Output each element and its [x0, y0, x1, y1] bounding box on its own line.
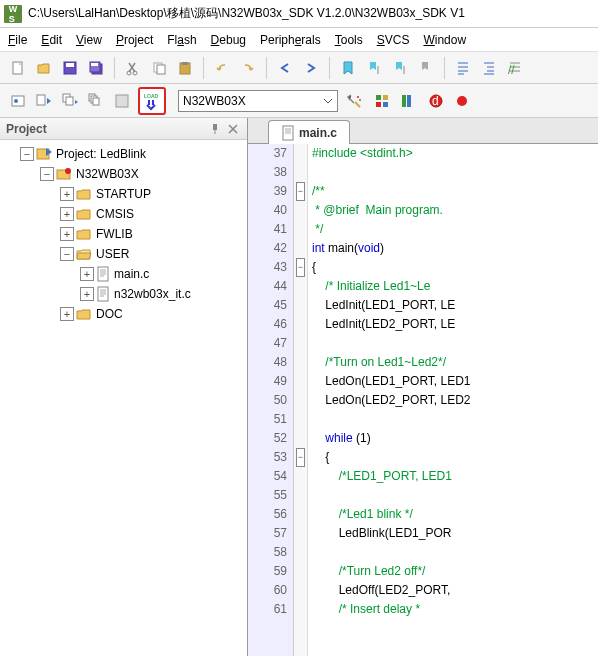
svg-point-37	[65, 168, 71, 174]
menu-view[interactable]: View	[76, 33, 102, 47]
svg-rect-11	[182, 62, 188, 65]
pin-button[interactable]	[207, 121, 223, 137]
svg-text://: //	[508, 63, 515, 76]
indent-button[interactable]	[451, 56, 475, 80]
svg-rect-2	[66, 63, 74, 67]
tree-folder-fwlb[interactable]: + FWLIB	[2, 224, 245, 244]
books-button[interactable]	[396, 89, 420, 113]
svg-rect-20	[93, 98, 99, 105]
tab-label: main.c	[299, 126, 337, 140]
svg-rect-30	[407, 95, 411, 107]
svg-rect-15	[37, 95, 45, 105]
tree-file-it[interactable]: + n32wb03x_it.c	[2, 284, 245, 304]
menu-svcs[interactable]: SVCS	[377, 33, 410, 47]
file-icon	[96, 266, 110, 282]
fold-column[interactable]: −−−	[294, 144, 308, 656]
target-select[interactable]: N32WB03X	[178, 90, 338, 112]
svg-point-33	[457, 96, 467, 106]
build-button[interactable]	[32, 89, 56, 113]
save-all-button[interactable]	[84, 56, 108, 80]
svg-rect-17	[66, 97, 73, 105]
tree-folder-startup[interactable]: + STARTUP	[2, 184, 245, 204]
comment-button[interactable]: //	[503, 56, 527, 80]
svg-rect-26	[383, 95, 388, 100]
window-title: C:\Users\LalHan\Desktop\移植\源码\N32WB03x_S…	[28, 5, 465, 22]
stop-build-button[interactable]	[110, 89, 134, 113]
file-icon	[96, 286, 110, 302]
svg-rect-27	[376, 102, 381, 107]
folder-open-icon	[76, 247, 92, 261]
svg-rect-21	[116, 95, 128, 107]
bookmark-next-button[interactable]	[388, 56, 412, 80]
rebuild-button[interactable]	[58, 89, 82, 113]
svg-rect-25	[376, 95, 381, 100]
dropdown-icon	[323, 96, 333, 106]
folder-icon	[76, 307, 92, 321]
nav-back-button[interactable]	[273, 56, 297, 80]
new-file-button[interactable]	[6, 56, 30, 80]
tab-main[interactable]: main.c	[268, 120, 350, 144]
panel-title: Project	[6, 122, 47, 136]
menu-edit[interactable]: Edit	[41, 33, 62, 47]
menu-peripherals[interactable]: Peripherals	[260, 33, 321, 47]
breakpoint-button[interactable]	[450, 89, 474, 113]
target-select-value: N32WB03X	[183, 94, 246, 108]
outdent-button[interactable]	[477, 56, 501, 80]
tab-bar: main.c	[248, 118, 598, 144]
toolbar-main: //	[0, 52, 598, 84]
code-area[interactable]: 3738394041424344454647484950515253545556…	[248, 144, 598, 656]
undo-button[interactable]	[210, 56, 234, 80]
menu-tools[interactable]: Tools	[335, 33, 363, 47]
editor-panel: main.c 373839404142434445464748495051525…	[248, 118, 598, 656]
close-panel-button[interactable]	[225, 121, 241, 137]
tree-folder-cmsis[interactable]: + CMSIS	[2, 204, 245, 224]
bookmark-prev-button[interactable]	[362, 56, 386, 80]
manage-button[interactable]	[370, 89, 394, 113]
bookmark-button[interactable]	[336, 56, 360, 80]
redo-button[interactable]	[236, 56, 260, 80]
target-icon	[56, 167, 72, 181]
save-button[interactable]	[58, 56, 82, 80]
titlebar: WS C:\Users\LalHan\Desktop\移植\源码\N32WB03…	[0, 0, 598, 28]
open-file-button[interactable]	[32, 56, 56, 80]
cut-button[interactable]	[121, 56, 145, 80]
svg-point-23	[357, 96, 359, 98]
svg-rect-34	[213, 124, 217, 130]
options-button[interactable]	[342, 89, 366, 113]
folder-icon	[76, 227, 92, 241]
line-number-gutter: 3738394041424344454647484950515253545556…	[248, 144, 294, 656]
project-tree[interactable]: − Project: LedBlink − N32WB03X + STARTUP…	[0, 140, 247, 656]
tree-file-main[interactable]: + main.c	[2, 264, 245, 284]
file-icon	[281, 125, 295, 141]
project-panel: Project − Project: LedBlink − N32WB03X +…	[0, 118, 248, 656]
folder-icon	[76, 187, 92, 201]
copy-button[interactable]	[147, 56, 171, 80]
svg-rect-5	[91, 63, 98, 66]
project-panel-header: Project	[0, 118, 247, 140]
translate-button[interactable]	[6, 89, 30, 113]
menu-file[interactable]: File	[8, 33, 27, 47]
folder-icon	[76, 207, 92, 221]
paste-button[interactable]	[173, 56, 197, 80]
svg-rect-28	[383, 102, 388, 107]
svg-rect-29	[402, 95, 406, 107]
tree-folder-doc[interactable]: + DOC	[2, 304, 245, 324]
menu-flash[interactable]: Flash	[167, 33, 196, 47]
svg-text:LOAD: LOAD	[144, 93, 159, 99]
app-icon: WS	[4, 5, 22, 23]
code-lines[interactable]: #include <stdint.h>/** * @brief Main pro…	[308, 144, 598, 656]
project-icon	[36, 147, 52, 161]
menu-window[interactable]: Window	[423, 33, 466, 47]
toolbar-build: LOAD N32WB03X d	[0, 84, 598, 118]
bookmark-clear-button[interactable]	[414, 56, 438, 80]
nav-forward-button[interactable]	[299, 56, 323, 80]
tree-folder-user[interactable]: − USER	[2, 244, 245, 264]
svg-point-14	[14, 99, 18, 103]
tree-target[interactable]: − N32WB03X	[2, 164, 245, 184]
tree-root[interactable]: − Project: LedBlink	[2, 144, 245, 164]
download-button[interactable]: LOAD	[138, 87, 166, 115]
menu-project[interactable]: Project	[116, 33, 153, 47]
build-batch-button[interactable]	[84, 89, 108, 113]
menu-debug[interactable]: Debug	[211, 33, 246, 47]
debug-button[interactable]: d	[424, 89, 448, 113]
